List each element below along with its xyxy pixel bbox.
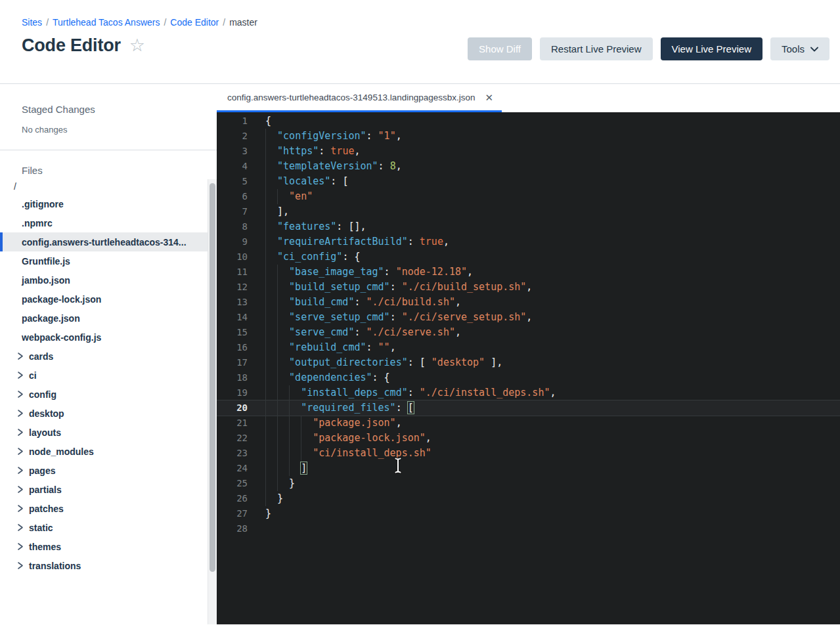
sidebar-scrollbar-thumb[interactable] xyxy=(210,183,215,572)
restart-live-preview-button[interactable]: Restart Live Preview xyxy=(540,37,653,60)
file-item-webpack-config-js[interactable]: webpack-config.js xyxy=(0,328,217,347)
token-p: : xyxy=(408,236,420,248)
code-line-24[interactable]: 24] xyxy=(217,461,840,476)
line-number: 11 xyxy=(217,265,248,280)
folder-name: cards xyxy=(29,351,53,362)
code-line-18[interactable]: 18"dependencies": { xyxy=(217,370,840,385)
code-line-9[interactable]: 9"requireArtifactBuild": true, xyxy=(217,234,840,249)
code-line-8[interactable]: 8"features": [], xyxy=(217,219,840,234)
text-cursor-pointer xyxy=(393,456,403,475)
header-toolbar: Show Diff Restart Live Preview View Live… xyxy=(468,37,829,60)
file-item-package-lock-json[interactable]: package-lock.json xyxy=(0,290,217,309)
file-item-jambo-json[interactable]: jambo.json xyxy=(0,270,217,290)
code-line-3[interactable]: 3"https": true, xyxy=(217,144,840,159)
code-line-10[interactable]: 10"ci_config": { xyxy=(217,249,840,265)
indent-guide xyxy=(289,416,301,431)
code-line-20[interactable]: 20"required_files": [ xyxy=(217,400,840,416)
line-content: "en" xyxy=(265,189,313,204)
code-line-21[interactable]: 21"package.json", xyxy=(217,416,840,431)
folder-item-patches[interactable]: patches xyxy=(0,499,217,518)
code-line-5[interactable]: 5"locales": [ xyxy=(217,174,840,189)
folder-item-node_modules[interactable]: node_modules xyxy=(0,442,217,461)
root-path: / xyxy=(14,181,217,192)
code-line-14[interactable]: 14"serve_setup_cmd": "./ci/serve_setup.s… xyxy=(217,310,840,325)
tab-close-icon[interactable]: ✕ xyxy=(485,93,494,102)
folder-item-pages[interactable]: pages xyxy=(0,461,217,480)
folder-item-partials[interactable]: partials xyxy=(0,480,217,499)
code-line-23[interactable]: 23"ci/install_deps.sh" xyxy=(217,446,840,461)
code-line-17[interactable]: 17"output_directories": [ "desktop" ], xyxy=(217,355,840,370)
line-content: "package.json", xyxy=(265,416,402,431)
sidebar-scrollbar[interactable] xyxy=(208,179,217,624)
breadcrumb-item-code-editor[interactable]: Code Editor xyxy=(170,17,219,28)
code-line-4[interactable]: 4"templateVersion": 8, xyxy=(217,159,840,174)
line-number: 2 xyxy=(217,129,248,144)
indent-guide xyxy=(289,431,301,446)
folder-item-cards[interactable]: cards xyxy=(0,347,217,366)
token-p: , xyxy=(526,281,532,293)
file-item--npmrc[interactable]: .npmrc xyxy=(0,213,217,232)
line-content: } xyxy=(265,476,295,491)
code-line-12[interactable]: 12"build_setup_cmd": "./ci/build_setup.s… xyxy=(217,280,840,295)
token-p: , xyxy=(467,266,473,278)
folder-item-ci[interactable]: ci xyxy=(0,366,217,385)
code-line-19[interactable]: 19"install_deps_cmd": "./ci/install_deps… xyxy=(217,385,840,400)
indent-guide xyxy=(277,295,289,310)
file-item-config-answers-turtleheadtacos-314-[interactable]: config.answers-turtleheadtacos-314... xyxy=(0,232,217,251)
token-p: , xyxy=(550,387,556,399)
chevron-right-icon xyxy=(17,504,24,513)
token-s: "package.json" xyxy=(313,417,395,429)
code-line-13[interactable]: 13"build_cmd": "./ci/build.sh", xyxy=(217,295,840,310)
code-line-1[interactable]: 1{ xyxy=(217,114,840,129)
indent-guide xyxy=(277,400,289,416)
line-content: "package-lock.json", xyxy=(265,431,431,446)
line-number: 8 xyxy=(217,219,248,234)
token-s: "./ci/serve.sh" xyxy=(366,326,455,338)
line-number: 12 xyxy=(217,280,248,295)
folder-item-desktop[interactable]: desktop xyxy=(0,404,217,423)
line-number: 9 xyxy=(217,234,248,249)
view-live-preview-button[interactable]: View Live Preview xyxy=(661,37,763,60)
code-line-26[interactable]: 26} xyxy=(217,491,840,506)
folder-item-layouts[interactable]: layouts xyxy=(0,423,217,442)
code-line-28[interactable]: 28 xyxy=(217,521,840,536)
line-number: 5 xyxy=(217,174,248,189)
token-k: "locales" xyxy=(277,175,330,187)
folder-item-themes[interactable]: themes xyxy=(0,537,217,556)
code-line-27[interactable]: 27} xyxy=(217,506,840,521)
token-s: "1" xyxy=(378,130,396,142)
tab-config-json[interactable]: config.answers-turtleheadtacos-3149513.l… xyxy=(217,84,502,112)
chevron-down-icon xyxy=(810,47,818,52)
token-p: : xyxy=(390,311,402,323)
breadcrumb-item-sites[interactable]: Sites xyxy=(22,17,42,28)
indent-guide xyxy=(265,325,277,340)
folder-item-translations[interactable]: translations xyxy=(0,556,217,575)
code-line-11[interactable]: 11"base_image_tag": "node-12.18", xyxy=(217,265,840,280)
folder-item-config[interactable]: config xyxy=(0,385,217,404)
tools-button[interactable]: Tools xyxy=(770,37,829,60)
file-item-Gruntfile-js[interactable]: Gruntfile.js xyxy=(0,251,217,270)
file-item-package-json[interactable]: package.json xyxy=(0,309,217,328)
line-content: "build_setup_cmd": "./ci/build_setup.sh"… xyxy=(265,280,532,295)
favorite-star-icon[interactable]: ☆ xyxy=(129,37,145,54)
show-diff-button[interactable]: Show Diff xyxy=(468,37,532,60)
code-editor-surface[interactable]: 1{2"configVersion": "1",3"https": true,4… xyxy=(217,112,840,624)
code-line-6[interactable]: 6"en" xyxy=(217,189,840,204)
line-content: "features": [], xyxy=(265,219,366,234)
token-k: "build_cmd" xyxy=(289,296,354,308)
code-line-22[interactable]: 22"package-lock.json", xyxy=(217,431,840,446)
folder-item-static[interactable]: static xyxy=(0,518,217,537)
code-line-15[interactable]: 15"serve_cmd": "./ci/serve.sh", xyxy=(217,325,840,340)
code-line-2[interactable]: 2"configVersion": "1", xyxy=(217,129,840,144)
code-line-16[interactable]: 16"rebuild_cmd": "", xyxy=(217,340,840,355)
code-line-25[interactable]: 25} xyxy=(217,476,840,491)
breadcrumb: Sites/Turtlehead Tacos Answers/Code Edit… xyxy=(22,17,829,28)
line-content: "rebuild_cmd": "", xyxy=(265,340,396,355)
token-p: , xyxy=(455,296,461,308)
indent-guide xyxy=(301,431,313,446)
file-name: config.answers-turtleheadtacos-314... xyxy=(22,237,187,248)
file-item--gitignore[interactable]: .gitignore xyxy=(0,194,217,213)
main-body: Staged Changes No changes Files / .gitig… xyxy=(0,84,840,624)
breadcrumb-item-turtlehead-tacos-answers[interactable]: Turtlehead Tacos Answers xyxy=(53,17,160,28)
code-line-7[interactable]: 7], xyxy=(217,204,840,219)
